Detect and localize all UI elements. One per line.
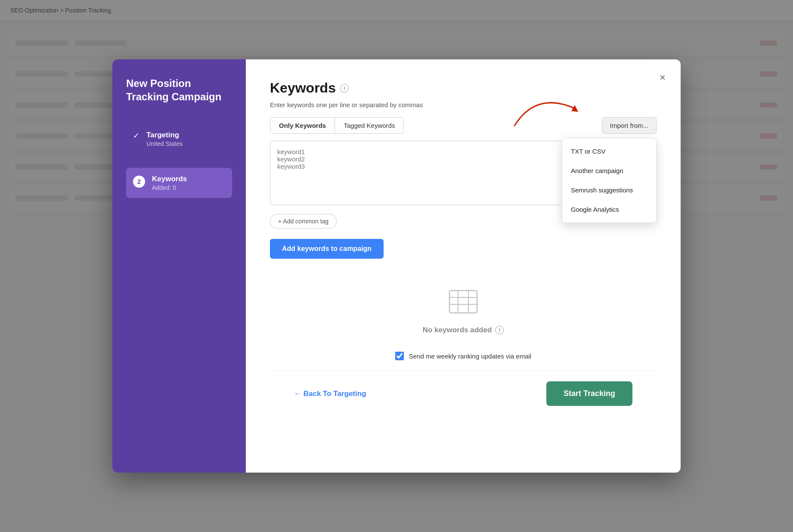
modal-subtitle: Enter keywords one per line or separated… xyxy=(270,101,657,108)
step-sublabel-keywords: Added: 0 xyxy=(152,184,187,191)
modal-container: New Position Tracking Campaign ✓ Targeti… xyxy=(112,59,681,473)
sidebar: New Position Tracking Campaign ✓ Targeti… xyxy=(112,59,246,473)
svg-rect-1 xyxy=(449,291,477,313)
step-label-targeting: Targeting xyxy=(146,131,183,139)
sidebar-title: New Position Tracking Campaign xyxy=(126,77,232,103)
back-to-targeting-button[interactable]: ← Back To Targeting xyxy=(294,390,366,398)
start-tracking-button[interactable]: Start Tracking xyxy=(546,381,632,406)
check-icon: ✓ xyxy=(133,131,139,140)
sidebar-step-keywords[interactable]: 2 Keywords Added: 0 xyxy=(126,168,232,198)
title-info-icon[interactable]: i xyxy=(340,84,349,93)
tab-tagged-keywords[interactable]: Tagged Keywords xyxy=(335,118,403,133)
sidebar-step-targeting[interactable]: ✓ Targeting United States xyxy=(126,124,232,154)
import-dropdown: TXT or CSV Another campaign Semrush sugg… xyxy=(562,138,657,223)
dropdown-item-google-analytics[interactable]: Google Analytics xyxy=(562,200,656,219)
add-common-tag-button[interactable]: + Add common tag xyxy=(270,214,337,229)
tab-only-keywords[interactable]: Only Keywords xyxy=(270,118,335,133)
bottom-bar: ← Back To Targeting Start Tracking xyxy=(270,371,657,416)
step-info-keywords: Keywords Added: 0 xyxy=(152,175,187,191)
close-button[interactable]: × xyxy=(655,70,670,85)
weekly-updates-checkbox[interactable] xyxy=(395,352,404,360)
modal-title-row: Keywords i xyxy=(270,80,657,96)
dropdown-item-txt-csv[interactable]: TXT or CSV xyxy=(562,142,656,161)
step-number-keywords: 2 xyxy=(133,176,145,188)
step-info-targeting: Targeting United States xyxy=(146,131,183,147)
empty-info-icon[interactable]: i xyxy=(495,326,504,334)
dropdown-item-another-campaign[interactable]: Another campaign xyxy=(562,161,656,180)
dropdown-item-semrush[interactable]: Semrush suggestions xyxy=(562,180,656,200)
import-area: Import from... TXT or CSV Another campai… xyxy=(602,117,657,134)
tabs-container: Only Keywords Tagged Keywords xyxy=(270,117,404,134)
step-sublabel-targeting: United States xyxy=(146,140,183,147)
empty-text: No keywords added i xyxy=(423,326,504,334)
tab-row: Only Keywords Tagged Keywords Import fro… xyxy=(270,117,657,134)
import-button[interactable]: Import from... xyxy=(602,117,657,134)
modal-main: × Keywords i Enter keywords one per line… xyxy=(246,59,681,473)
empty-state-icon xyxy=(446,285,480,319)
modal-overlay: New Position Tracking Campaign ✓ Targeti… xyxy=(0,0,793,532)
add-keywords-button[interactable]: Add keywords to campaign xyxy=(270,239,384,259)
weekly-updates-label: Send me weekly ranking updates via email xyxy=(409,353,531,360)
step-label-keywords: Keywords xyxy=(152,175,187,183)
modal-title-text: Keywords xyxy=(270,80,336,96)
empty-state: No keywords added i xyxy=(270,276,657,352)
checkbox-row: Send me weekly ranking updates via email xyxy=(270,352,657,360)
